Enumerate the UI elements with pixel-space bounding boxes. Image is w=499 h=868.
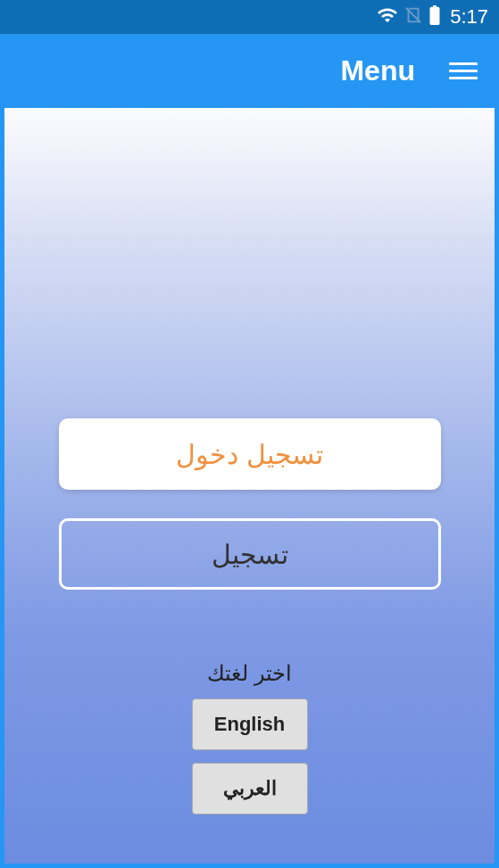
register-button[interactable]: تسجيل	[59, 518, 441, 590]
arabic-language-button[interactable]: العربي	[192, 763, 308, 814]
no-sim-icon	[403, 5, 423, 29]
app-title: Menu	[340, 54, 415, 87]
language-section: اختر لغتك English العربي	[192, 661, 308, 814]
login-button[interactable]: تسجيل دخول	[59, 418, 441, 490]
language-label: اختر لغتك	[207, 661, 292, 686]
app-bar: Menu	[0, 34, 499, 108]
main-content: تسجيل دخول تسجيل اختر لغتك English العرب…	[0, 108, 499, 868]
status-time: 5:17	[450, 5, 488, 29]
hamburger-menu-icon[interactable]	[449, 62, 478, 79]
wifi-icon	[377, 4, 398, 29]
buttons-container: تسجيل دخول تسجيل اختر لغتك English العرب…	[13, 108, 486, 814]
english-language-button[interactable]: English	[192, 699, 308, 750]
status-bar: 5:17	[0, 0, 499, 34]
battery-icon	[428, 5, 441, 29]
